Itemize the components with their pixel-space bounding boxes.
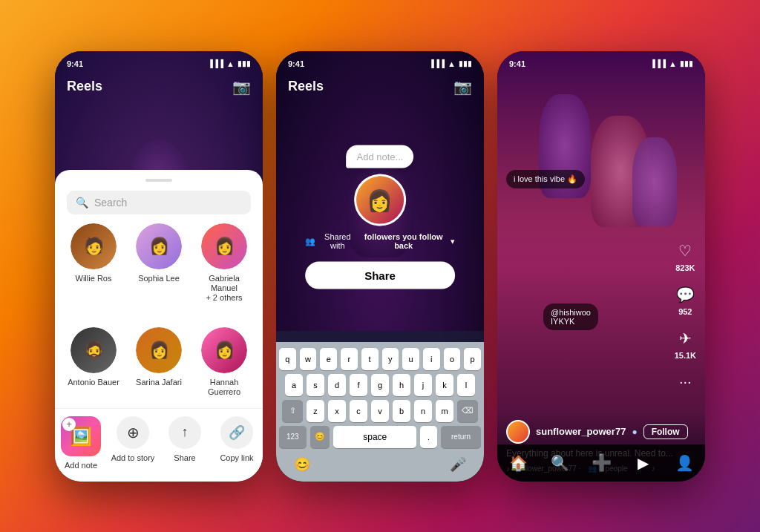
emoji-icon[interactable]: 😊	[294, 456, 310, 473]
status-icons-2: ▐▐▐ ▲ ▮▮▮	[429, 59, 472, 68]
key-b[interactable]: b	[393, 400, 410, 422]
keyboard-row-3: ⇧ z x c v b n m ⌫	[279, 400, 481, 422]
key-q[interactable]: q	[279, 348, 296, 370]
reel-username[interactable]: sunflower_power77	[536, 426, 626, 437]
key-c[interactable]: c	[350, 400, 367, 422]
key-period[interactable]: .	[420, 426, 437, 448]
reels-title-1: Reels	[67, 79, 102, 94]
more-action[interactable]: ···	[675, 372, 695, 393]
copy-link-label: Copy link	[220, 453, 253, 462]
key-f[interactable]: f	[350, 374, 367, 396]
status-icons-1: ▐▐▐ ▲ ▮▮▮	[208, 59, 251, 68]
keyboard: q w e r t y u i o p a s d f g h j k	[276, 342, 484, 482]
key-space[interactable]: space	[333, 426, 416, 448]
heart-icon: ♡	[675, 240, 695, 261]
key-w[interactable]: w	[300, 348, 317, 370]
more-icon: ···	[675, 372, 695, 393]
nav-profile[interactable]: 👤	[674, 453, 695, 473]
camera-icon-2[interactable]: 📷	[453, 78, 472, 96]
contact-willie[interactable]: 🧑 Willie Ros	[64, 223, 123, 322]
time-2: 9:41	[288, 59, 304, 68]
contact-hannah[interactable]: 👩 Hannah Guerrero	[194, 327, 254, 416]
search-bar[interactable]: 🔍 Search	[67, 191, 251, 214]
contact-antonio[interactable]: 🧔 Antonio Bauer	[64, 327, 123, 416]
action-bar: 🖼️ + Add note ⊕ Add to story ↑ Share	[55, 408, 263, 482]
key-i[interactable]: i	[423, 348, 440, 370]
nav-home[interactable]: 🏠	[508, 453, 528, 473]
signal-icon-2: ▐▐▐	[429, 59, 445, 68]
contact-name-gabriela: Gabriela Manuel+ 2 others	[194, 274, 254, 303]
key-o[interactable]: o	[444, 348, 461, 370]
key-shift[interactable]: ⇧	[282, 400, 303, 422]
search-icon: 🔍	[76, 197, 88, 208]
keyboard-row-4: 123 😊 space . return	[279, 426, 481, 448]
like-action[interactable]: ♡ 823K	[675, 240, 695, 272]
avatar-hannah: 👩	[201, 327, 247, 373]
key-y[interactable]: y	[382, 348, 399, 370]
camera-icon-1[interactable]: 📷	[232, 78, 251, 96]
add-story-button[interactable]: ⊕ Add to story	[107, 416, 159, 470]
key-backspace[interactable]: ⌫	[457, 400, 478, 422]
mic-icon[interactable]: 🎤	[450, 456, 466, 473]
key-k[interactable]: k	[436, 374, 453, 396]
note-bubble[interactable]: Add note...	[347, 145, 414, 168]
key-g[interactable]: g	[371, 374, 389, 396]
sheet-handle	[145, 179, 172, 182]
share-button-2[interactable]: Share	[305, 262, 455, 289]
keyboard-row-1: q w e r t y u i o p	[279, 348, 481, 370]
key-s[interactable]: s	[307, 374, 324, 396]
key-emoji[interactable]: 😊	[310, 426, 330, 448]
add-note-label: Add note	[65, 461, 97, 470]
key-m[interactable]: m	[436, 400, 453, 422]
shares-count: 15.1K	[675, 351, 696, 360]
side-actions: ♡ 823K 💬 952 ✈ 15.1K ···	[675, 240, 696, 393]
wifi-icon: ▲	[226, 59, 235, 68]
copy-link-button[interactable]: 🔗 Copy link	[211, 416, 263, 470]
contact-gabriela[interactable]: 👩 Gabriela Manuel+ 2 others	[194, 223, 254, 322]
share-label-1: Share	[174, 453, 195, 462]
key-123[interactable]: 123	[279, 426, 307, 448]
time-3: 9:41	[509, 59, 525, 68]
contact-name-willie: Willie Ros	[76, 274, 112, 283]
nav-search[interactable]: 🔍	[549, 453, 570, 473]
key-a[interactable]: a	[285, 374, 303, 396]
keyboard-row-2: a s d f g h j k l	[279, 374, 481, 396]
contact-sophia[interactable]: 👩 Sophia Lee	[129, 223, 189, 322]
share-action[interactable]: ✈ 15.1K	[675, 328, 696, 360]
key-l[interactable]: l	[457, 374, 475, 396]
add-story-icon: ⊕	[117, 416, 149, 449]
status-bar-1: 9:41 ▐▐▐ ▲ ▮▮▮	[55, 51, 263, 72]
comment-action[interactable]: 💬 952	[675, 284, 695, 316]
nav-create[interactable]: ➕	[591, 453, 612, 473]
follow-button[interactable]: Follow	[643, 424, 688, 439]
key-h[interactable]: h	[393, 374, 410, 396]
key-v[interactable]: v	[371, 400, 389, 422]
key-z[interactable]: z	[307, 400, 324, 422]
nav-reels[interactable]: ▶	[632, 453, 653, 473]
key-r[interactable]: r	[341, 348, 358, 370]
share-button-1[interactable]: ↑ Share	[159, 416, 211, 470]
contact-sarina[interactable]: 👩 Sarina Jafari	[129, 327, 189, 416]
avatar-antonio: 🧔	[71, 327, 117, 373]
comment-icon: 💬	[675, 284, 695, 305]
key-p[interactable]: p	[464, 348, 481, 370]
status-icons-3: ▐▐▐ ▲ ▮▮▮	[650, 59, 693, 68]
key-n[interactable]: n	[414, 400, 432, 422]
key-e[interactable]: e	[320, 348, 337, 370]
time-1: 9:41	[67, 59, 83, 68]
key-u[interactable]: u	[402, 348, 419, 370]
nav-bar: 🏠 🔍 ➕ ▶ 👤	[497, 444, 705, 482]
comments-count: 952	[678, 307, 692, 316]
share-icon: ↑	[168, 416, 201, 449]
contact-name-sophia: Sophia Lee	[138, 274, 180, 283]
key-return[interactable]: return	[441, 426, 481, 448]
reels-header-2: Reels 📷	[276, 72, 484, 102]
key-j[interactable]: j	[414, 374, 432, 396]
avatar-gabriela: 👩	[201, 223, 247, 269]
key-x[interactable]: x	[328, 400, 346, 422]
people-icon: 👥	[305, 236, 315, 246]
key-d[interactable]: d	[328, 374, 346, 396]
signal-icon: ▐▐▐	[208, 59, 223, 68]
add-note-button[interactable]: 🖼️ + Add note	[55, 416, 107, 470]
key-t[interactable]: t	[361, 348, 379, 370]
